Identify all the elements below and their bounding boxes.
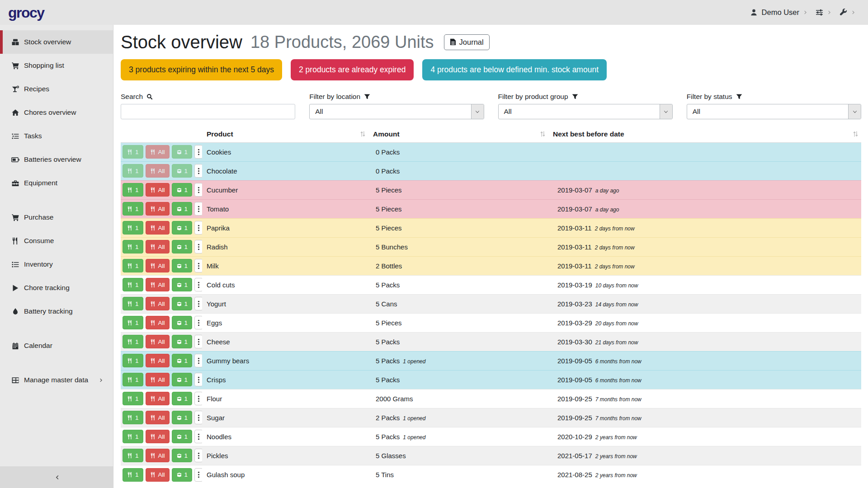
open-one-button[interactable]: 1 [172,164,193,178]
consume-all-button[interactable]: All [146,297,170,310]
sidebar-item-tasks[interactable]: Tasks [0,124,113,148]
journal-button[interactable]: Journal [444,34,490,50]
consume-all-button[interactable]: All [146,145,170,159]
consume-one-button[interactable]: 1 [123,202,143,216]
row-more-button[interactable] [194,449,202,462]
consume-all-button[interactable]: All [146,468,170,482]
open-one-button[interactable]: 1 [172,316,193,329]
sidebar-item-stock-overview[interactable]: Stock overview [0,30,113,54]
consume-one-button[interactable]: 1 [123,373,143,386]
consume-one-button[interactable]: 1 [123,392,143,405]
open-one-button[interactable]: 1 [172,411,193,424]
open-one-button[interactable]: 1 [172,221,193,235]
open-one-button[interactable]: 1 [172,202,193,216]
consume-one-button[interactable]: 1 [123,240,143,253]
row-more-button[interactable] [194,278,202,291]
settings-menu[interactable] [816,9,832,16]
row-more-button[interactable] [194,468,202,482]
consume-all-button[interactable]: All [146,202,170,216]
open-one-button[interactable]: 1 [172,449,193,462]
consume-all-button[interactable]: All [146,335,170,348]
location-select[interactable]: All [309,104,484,119]
consume-one-button[interactable]: 1 [123,278,143,291]
sidebar-item-equipment[interactable]: Equipment [0,171,113,195]
consume-one-button[interactable]: 1 [123,183,143,197]
consume-all-button[interactable]: All [146,164,170,178]
consume-all-button[interactable]: All [146,240,170,253]
product-column-header[interactable]: Product [202,127,368,143]
consume-all-button[interactable]: All [146,221,170,235]
sidebar-item-consume[interactable]: Consume [0,229,113,253]
consume-one-button[interactable]: 1 [123,449,143,462]
consume-all-button[interactable]: All [146,278,170,291]
consume-one-button[interactable]: 1 [123,354,143,367]
open-one-button[interactable]: 1 [172,297,193,310]
open-one-button[interactable]: 1 [172,259,193,272]
sidebar-item-battery-tracking[interactable]: Battery tracking [0,300,113,323]
consume-all-button[interactable]: All [146,373,170,386]
row-more-button[interactable] [194,240,202,253]
grocy-logo[interactable]: grocy [8,5,44,20]
sidebar-item-recipes[interactable]: Recipes [0,77,113,101]
sidebar-item-manage-master-data[interactable]: Manage master data [0,368,113,392]
expired-alert[interactable]: 2 products are already expired [291,59,414,80]
row-more-button[interactable] [194,297,202,310]
date-column-header[interactable]: Next best before date [548,127,861,143]
row-more-button[interactable] [194,202,202,216]
row-more-button[interactable] [194,145,202,159]
search-input[interactable] [121,104,295,119]
open-one-button[interactable]: 1 [172,468,193,482]
consume-all-button[interactable]: All [146,259,170,272]
consume-all-button[interactable]: All [146,392,170,405]
consume-one-button[interactable]: 1 [123,297,143,310]
expiring-alert[interactable]: 3 products expiring within the next 5 da… [121,59,282,80]
consume-one-button[interactable]: 1 [123,145,143,159]
admin-menu[interactable] [840,9,856,16]
open-one-button[interactable]: 1 [172,354,193,367]
open-one-button[interactable]: 1 [172,183,193,197]
row-more-button[interactable] [194,164,202,178]
sidebar-item-chores-overview[interactable]: Chores overview [0,101,113,124]
consume-all-button[interactable]: All [146,316,170,329]
open-one-button[interactable]: 1 [172,430,193,443]
row-more-button[interactable] [194,316,202,329]
sidebar-item-chore-tracking[interactable]: Chore tracking [0,276,113,300]
row-more-button[interactable] [194,392,202,405]
consume-one-button[interactable]: 1 [123,411,143,424]
open-one-button[interactable]: 1 [172,278,193,291]
row-more-button[interactable] [194,259,202,272]
consume-one-button[interactable]: 1 [123,430,143,443]
consume-all-button[interactable]: All [146,183,170,197]
row-more-button[interactable] [194,183,202,197]
consume-one-button[interactable]: 1 [123,468,143,482]
sidebar-item-purchase[interactable]: Purchase [0,206,113,229]
user-menu[interactable]: Demo User [750,8,808,17]
open-one-button[interactable]: 1 [172,335,193,348]
consume-all-button[interactable]: All [146,411,170,424]
consume-one-button[interactable]: 1 [123,164,143,178]
open-one-button[interactable]: 1 [172,373,193,386]
consume-one-button[interactable]: 1 [123,316,143,329]
row-more-button[interactable] [194,373,202,386]
consume-all-button[interactable]: All [146,430,170,443]
status-select[interactable]: All [687,104,861,119]
consume-all-button[interactable]: All [146,354,170,367]
row-more-button[interactable] [194,430,202,443]
sidebar-collapse-button[interactable] [0,466,113,488]
consume-one-button[interactable]: 1 [123,259,143,272]
sidebar-item-calendar[interactable]: Calendar [0,334,113,357]
consume-one-button[interactable]: 1 [123,335,143,348]
product-group-select[interactable]: All [498,104,673,119]
consume-all-button[interactable]: All [146,449,170,462]
open-one-button[interactable]: 1 [172,240,193,253]
sidebar-item-shopping-list[interactable]: Shopping list [0,54,113,77]
open-one-button[interactable]: 1 [172,392,193,405]
amount-column-header[interactable]: Amount [368,127,548,143]
row-more-button[interactable] [194,411,202,424]
below-min-stock-alert[interactable]: 4 products are below defined min. stock … [422,59,607,80]
row-more-button[interactable] [194,354,202,367]
sidebar-item-inventory[interactable]: Inventory [0,253,113,276]
sidebar-item-batteries-overview[interactable]: Batteries overview [0,148,113,171]
consume-one-button[interactable]: 1 [123,221,143,235]
row-more-button[interactable] [194,221,202,235]
